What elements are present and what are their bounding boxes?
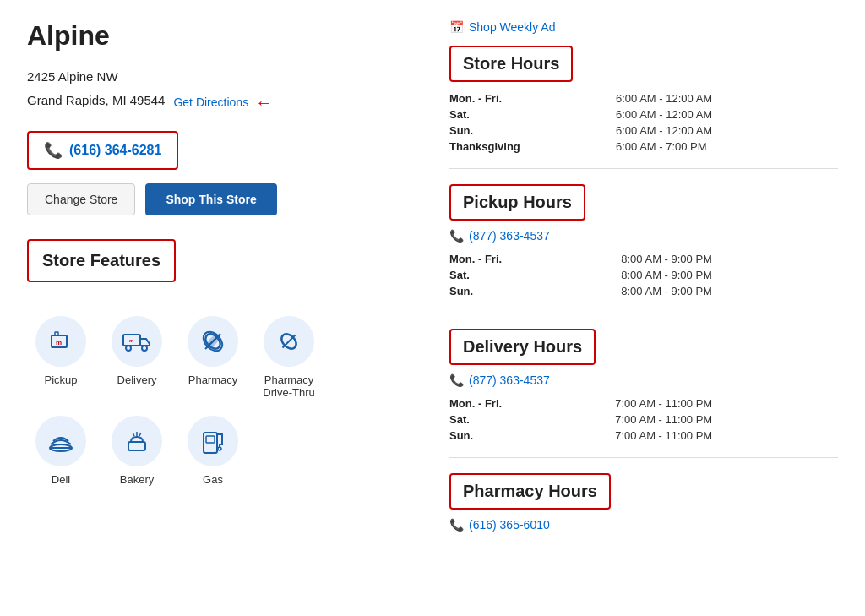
table-row: Thanksgiving 6:00 AM - 7:00 PM — [449, 139, 838, 155]
shop-this-store-button[interactable]: Shop This Store — [145, 183, 276, 215]
feature-delivery-label: Delivery — [117, 373, 157, 386]
pickup-phone-number: (877) 363-4537 — [469, 229, 550, 243]
pickup-hours-title-box: Pickup Hours — [449, 184, 585, 221]
feature-deli: Deli — [27, 416, 95, 486]
svg-rect-16 — [128, 442, 145, 450]
day-label: Thanksgiving — [449, 139, 616, 155]
pharmacy-phone-number: (616) 365-6010 — [469, 518, 550, 532]
delivery-icon: m — [112, 316, 162, 367]
pickup-hours-title: Pickup Hours — [463, 193, 572, 211]
svg-rect-1 — [55, 332, 58, 335]
feature-pharmacy-label: Pharmacy — [188, 373, 238, 386]
address-line2: Grand Rapids, MI 49544 — [27, 90, 165, 111]
feature-pickup-label: Pickup — [44, 373, 77, 386]
pickup-phone-link[interactable]: 📞 (877) 363-4537 — [449, 229, 838, 243]
table-row: Sat. 8:00 AM - 9:00 PM — [449, 267, 838, 283]
table-row: Sat. 6:00 AM - 12:00 AM — [449, 106, 838, 123]
table-row: Sun. 6:00 AM - 12:00 AM — [449, 123, 838, 139]
delivery-hours-title: Delivery Hours — [463, 337, 582, 356]
hours-value: 6:00 AM - 12:00 AM — [616, 123, 838, 139]
phone-icon: 📞 — [44, 141, 63, 160]
day-label: Sat. — [449, 106, 616, 123]
hours-value: 8:00 AM - 9:00 PM — [621, 251, 838, 267]
pharmacy-hours-title: Pharmacy Hours — [463, 482, 597, 500]
day-label: Sat. — [449, 412, 615, 428]
feature-pharmacy: Pharmacy — [179, 316, 247, 399]
store-features-box: Store Features — [27, 239, 176, 282]
phone-icon: 📞 — [449, 373, 464, 387]
hours-value: 6:00 AM - 12:00 AM — [616, 106, 838, 123]
svg-point-4 — [126, 346, 131, 351]
table-row: Sat. 7:00 AM - 11:00 PM — [449, 412, 838, 428]
phone-box[interactable]: 📞 (616) 364-6281 — [27, 131, 178, 170]
store-hours-title: Store Hours — [463, 54, 559, 73]
features-grid: m Pickup m Delivery — [27, 316, 416, 486]
delivery-hours-title-box: Delivery Hours — [449, 329, 596, 365]
deli-icon — [35, 416, 86, 466]
svg-point-5 — [142, 346, 147, 351]
gas-icon — [188, 416, 238, 466]
hours-value: 7:00 AM - 11:00 PM — [615, 395, 838, 412]
pharmacy-icon — [188, 316, 238, 367]
change-store-button[interactable]: Change Store — [27, 183, 135, 215]
action-buttons: Change Store Shop This Store — [27, 183, 416, 215]
day-label: Mon. - Fri. — [449, 90, 616, 106]
hours-value: 6:00 AM - 7:00 PM — [616, 139, 838, 155]
table-row: Mon. - Fri. 8:00 AM - 9:00 PM — [449, 251, 838, 267]
store-features-title: Store Features — [42, 251, 160, 270]
table-row: Sun. 8:00 AM - 9:00 PM — [449, 283, 838, 299]
hours-value: 7:00 AM - 11:00 PM — [615, 428, 838, 444]
feature-gas-label: Gas — [203, 473, 223, 486]
pickup-icon: m — [35, 316, 86, 367]
pharmacy-hours-title-box: Pharmacy Hours — [449, 473, 611, 510]
feature-bakery-label: Bakery — [120, 473, 154, 486]
feature-pharmacy-drive-thru: PharmacyDrive-Thru — [255, 316, 323, 399]
phone-icon: 📞 — [449, 229, 464, 243]
svg-line-18 — [133, 433, 134, 436]
store-hours-table: Mon. - Fri. 6:00 AM - 12:00 AM Sat. 6:00… — [449, 90, 838, 155]
weekly-ad-link[interactable]: 📅 Shop Weekly Ad — [449, 20, 838, 34]
arrow-annotation: ← — [255, 93, 272, 112]
calendar-icon: 📅 — [449, 20, 464, 34]
weekly-ad-label: Shop Weekly Ad — [469, 20, 555, 34]
hours-value: 7:00 AM - 11:00 PM — [615, 412, 838, 428]
svg-point-22 — [218, 447, 221, 450]
hours-value: 6:00 AM - 12:00 AM — [616, 90, 838, 106]
pharmacy-drive-thru-icon — [264, 316, 314, 367]
pickup-hours-section: Pickup Hours 📞 (877) 363-4537 Mon. - Fri… — [449, 184, 838, 313]
store-name: Alpine — [27, 20, 416, 52]
day-label: Sat. — [449, 267, 621, 283]
svg-line-13 — [283, 335, 296, 348]
pharmacy-hours-section: Pharmacy Hours 📞 (616) 365-6010 — [449, 473, 838, 553]
store-hours-title-box: Store Hours — [449, 46, 573, 82]
feature-gas: Gas — [179, 416, 247, 486]
pharmacy-phone-link[interactable]: 📞 (616) 365-6010 — [449, 518, 838, 532]
table-row: Sun. 7:00 AM - 11:00 PM — [449, 428, 838, 444]
feature-bakery: Bakery — [103, 416, 171, 486]
feature-deli-label: Deli — [52, 473, 70, 486]
day-label: Sun. — [449, 123, 616, 139]
delivery-hours-section: Delivery Hours 📞 (877) 363-4537 Mon. - F… — [449, 329, 838, 458]
store-hours-section: Store Hours Mon. - Fri. 6:00 AM - 12:00 … — [449, 46, 838, 169]
delivery-phone-number: (877) 363-4537 — [469, 373, 550, 387]
delivery-hours-table: Mon. - Fri. 7:00 AM - 11:00 PM Sat. 7:00… — [449, 395, 838, 444]
feature-pickup: m Pickup — [27, 316, 95, 399]
day-label: Mon. - Fri. — [449, 251, 621, 267]
feature-delivery: m Delivery — [103, 316, 171, 399]
day-label: Mon. - Fri. — [449, 395, 615, 412]
pickup-hours-table: Mon. - Fri. 8:00 AM - 9:00 PM Sat. 8:00 … — [449, 251, 838, 299]
svg-line-19 — [139, 433, 141, 436]
svg-text:m: m — [129, 338, 133, 343]
bakery-icon — [112, 416, 162, 466]
svg-text:m: m — [56, 339, 62, 346]
day-label: Sun. — [449, 283, 621, 299]
table-row: Mon. - Fri. 7:00 AM - 11:00 PM — [449, 395, 838, 412]
phone-icon: 📞 — [449, 518, 464, 532]
phone-number: (616) 364-6281 — [69, 143, 161, 158]
feature-pharmacy-drive-thru-label: PharmacyDrive-Thru — [263, 373, 314, 399]
get-directions-link[interactable]: Get Directions — [173, 95, 248, 109]
address-line1: 2425 Alpine NW — [27, 67, 416, 87]
day-label: Sun. — [449, 428, 615, 444]
hours-value: 8:00 AM - 9:00 PM — [621, 267, 838, 283]
delivery-phone-link[interactable]: 📞 (877) 363-4537 — [449, 373, 838, 387]
